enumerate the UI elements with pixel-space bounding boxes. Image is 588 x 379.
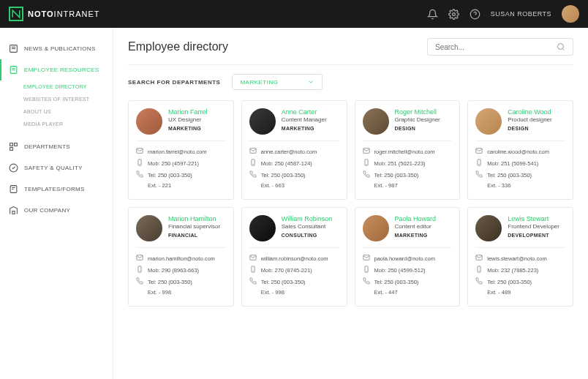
employee-mobile: Mob: 251 (5021-223) (363, 159, 453, 168)
employee-card[interactable]: Anne CarterContent ManagerMARKETINGanne.… (241, 100, 347, 200)
employee-name: Anne Carter (282, 108, 327, 116)
employee-department: MARKETING (395, 233, 437, 238)
mobile-icon (363, 159, 370, 168)
mobile-icon (363, 266, 370, 274)
department-select[interactable]: MARKETING (232, 74, 323, 90)
employee-ext: Ext. - 447 (363, 289, 453, 296)
phone-icon (136, 170, 143, 179)
employee-card[interactable]: Roger MitchellGraphic DesignerDESIGNroge… (355, 100, 461, 200)
username[interactable]: SUSAN ROBERTS (491, 10, 551, 18)
employee-tel: Tel: 250 (003-350) (475, 277, 565, 286)
employee-ext: Ext. - 663 (249, 182, 339, 189)
mobile-icon (475, 159, 483, 168)
svg-rect-8 (10, 143, 13, 146)
phone-icon (475, 170, 483, 179)
employee-card[interactable]: Paola HowardContent editorMARKETINGpaola… (355, 207, 461, 307)
email-icon (249, 147, 257, 156)
employee-name: Lewis Stewart (508, 215, 559, 222)
employee-mobile: Mob: 250 (4599-512) (363, 266, 453, 274)
sidebar-item-company[interactable]: OUR COMPANY (0, 200, 113, 221)
employee-role: Content Manager (282, 116, 327, 123)
sidebar-sub-employee-directory[interactable]: EMPLOYEE DIRECTORY (23, 80, 113, 93)
employee-name: Marion Hamilton (168, 215, 220, 222)
phone-icon (363, 277, 370, 286)
svg-rect-9 (15, 143, 18, 146)
search-box[interactable] (427, 38, 573, 56)
logo-text: NOTOINTRANET (28, 10, 100, 18)
help-icon[interactable] (470, 9, 480, 20)
employee-email: caroline.wood@noto.com (475, 147, 565, 156)
phone-icon (136, 277, 143, 286)
svg-rect-25 (364, 160, 367, 165)
svg-rect-15 (12, 211, 15, 214)
search-input[interactable] (435, 43, 557, 51)
employee-role: UX Designer (168, 116, 208, 123)
email-icon (136, 147, 143, 156)
employee-card[interactable]: William RobinsonSales ConsultantCONSULTI… (241, 207, 347, 307)
filter-label: SEARCH FOR DEPARTMENTS (128, 79, 220, 86)
employee-name: William Robinson (282, 215, 333, 222)
employee-department: DESIGN (395, 126, 440, 131)
employee-role: Financial supervisor (168, 223, 220, 230)
employee-avatar (363, 215, 389, 241)
email-icon (249, 254, 257, 263)
employee-email: marion.farrel@noto.com (136, 147, 226, 156)
sidebar-item-label: OUR COMPANY (24, 207, 70, 214)
employee-ext: Ext. - 998 (136, 289, 226, 296)
phone-icon (249, 170, 257, 179)
main-content: Employee directory SEARCH FOR DEPARTMENT… (113, 28, 588, 379)
phone-icon (363, 170, 370, 179)
bell-icon[interactable] (427, 9, 438, 20)
employee-email: roger.mitchell@noto.com (363, 147, 453, 156)
svg-rect-28 (478, 160, 480, 165)
employee-tel: Tel: 250 (003-350) (249, 170, 339, 179)
employee-mobile: Mob: 250 (4587-124) (249, 159, 339, 168)
email-icon (475, 254, 483, 263)
employee-card[interactable]: Caroline WoodProduct designerDESIGNcarol… (467, 100, 573, 200)
sidebar-sub-websites[interactable]: WEBSITES OF INTEREST (23, 93, 113, 105)
employee-tel: Tel: 250 (003-350) (363, 277, 453, 286)
employee-email: marion.hamilton@noto.com (136, 254, 226, 263)
mobile-icon (136, 159, 143, 168)
svg-point-0 (452, 12, 455, 15)
logo[interactable]: NOTOINTRANET (9, 7, 100, 21)
employee-role: Sales Consultant (282, 223, 333, 230)
sidebar-item-label: DEPARTMENTS (24, 143, 70, 150)
employee-card[interactable]: Marion FarrelUX DesignerMARKETINGmarion.… (128, 100, 234, 200)
employee-email: william.robinson@noto.com (249, 254, 339, 263)
svg-rect-22 (252, 160, 255, 165)
svg-rect-19 (138, 160, 141, 165)
employee-avatar (136, 215, 162, 241)
employee-card[interactable]: Lewis StewartFrontend DeveloperDEVELOPME… (467, 207, 573, 307)
employee-department: CONSULTING (282, 233, 333, 238)
employee-grid: Marion FarrelUX DesignerMARKETINGmarion.… (128, 100, 573, 307)
sidebar-item-safety[interactable]: SAFETY & QUALITY (0, 157, 113, 179)
sidebar-sub-media[interactable]: MEDIA PLAYER (23, 118, 113, 130)
employee-name: Marion Farrel (168, 108, 208, 116)
sidebar-item-employee-resources[interactable]: EMPLOYEE RESOURCES (0, 59, 113, 80)
department-select-value: MARKETING (240, 79, 278, 86)
mobile-icon (249, 266, 257, 274)
sidebar-item-departments[interactable]: DEPARTMENTS (0, 136, 113, 157)
employee-department: FINANCIAL (168, 233, 220, 238)
gear-icon[interactable] (448, 9, 459, 20)
topbar: NOTOINTRANET SUSAN ROBERTS (0, 0, 588, 28)
employee-tel: Tel: 250 (003-350) (136, 277, 226, 286)
mobile-icon (249, 159, 257, 168)
mobile-icon (136, 266, 143, 274)
sidebar-item-news[interactable]: NEWS & PUBLICATIONS (0, 38, 113, 59)
employee-ext: Ext. - 489 (475, 289, 565, 296)
mobile-icon (475, 266, 483, 274)
page-title: Employee directory (128, 40, 228, 53)
employee-mobile: Mob: 250 (4597-221) (136, 159, 226, 168)
user-avatar[interactable] (562, 5, 579, 23)
sidebar-sub-about[interactable]: ABOUT US (23, 105, 113, 118)
email-icon (136, 254, 143, 263)
employee-name: Roger Mitchell (395, 108, 440, 116)
employee-card[interactable]: Marion HamiltonFinancial supervisorFINAN… (128, 207, 234, 307)
employee-mobile: Mob: 251 (5099-541) (475, 159, 565, 168)
sidebar-item-templates[interactable]: TEMPLATES/FORMS (0, 179, 113, 200)
employee-mobile: Mob: 270 (8745-221) (249, 266, 339, 274)
employee-role: Product designer (508, 116, 551, 123)
employee-department: DESIGN (508, 126, 551, 131)
